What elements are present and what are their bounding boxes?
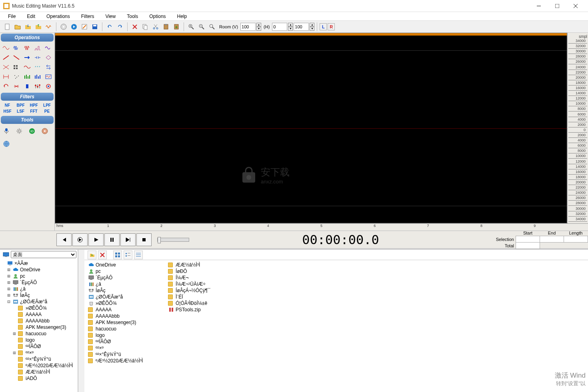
menu-view[interactable]: View: [100, 13, 121, 20]
file-item[interactable]: AAAAAbbb: [86, 313, 166, 319]
menu-options[interactable]: Options: [144, 13, 171, 20]
file-item[interactable]: ÍøÂç: [86, 287, 166, 294]
tree-item[interactable]: APK Messenger(3): [1, 324, 77, 330]
op-matrix-icon[interactable]: [12, 63, 21, 71]
file-list[interactable]: OneDrivepc´ËµçÄÔ¿âÍøÂç¿ØÖÆÃæ°å»ØÊÕÕ¾AAAA…: [84, 260, 588, 392]
file-item[interactable]: ¿ØÖÆÃæ°å: [86, 294, 166, 300]
tree-item[interactable]: ⊞pc: [1, 273, 77, 279]
import-button[interactable]: [23, 22, 33, 32]
tree-item[interactable]: ÆÆ½â½Ì³Ì: [1, 369, 77, 375]
menu-edit[interactable]: Edit: [21, 13, 41, 20]
zoom-out-button[interactable]: [197, 22, 206, 32]
op-column-icon[interactable]: [23, 82, 32, 90]
play-disc-icon[interactable]: [69, 22, 79, 32]
slider-thumb[interactable]: [158, 237, 161, 243]
h2-input[interactable]: [294, 23, 309, 31]
file-item[interactable]: º²×º: [86, 345, 166, 351]
zoom-fit-button[interactable]: [207, 22, 217, 32]
file-item[interactable]: ÍøÂçÁ¬½ÓÇý¶¯: [166, 287, 246, 294]
room-v-spinner[interactable]: ▲▼: [256, 23, 261, 31]
file-item[interactable]: Í¼Æ¬¹ÜÀíÆ÷: [166, 281, 246, 287]
file-item[interactable]: Ì¨ÉÏ: [166, 294, 246, 300]
tree-item[interactable]: ⊞hacuocuo: [1, 330, 77, 337]
menu-filters[interactable]: Filters: [76, 13, 100, 20]
position-slider[interactable]: [157, 238, 189, 242]
op-sine-icon[interactable]: [2, 44, 10, 52]
convert-icon[interactable]: ID: [28, 127, 36, 135]
file-item[interactable]: hacuocuo: [86, 326, 166, 332]
op-crossfade-icon[interactable]: [2, 63, 10, 71]
h-input[interactable]: [272, 23, 287, 31]
op-slider-icon[interactable]: [33, 82, 42, 90]
edit-icon[interactable]: [80, 22, 89, 32]
globe-icon[interactable]: [2, 140, 10, 148]
paste-button[interactable]: [161, 22, 171, 32]
file-item[interactable]: APK Messenger(3): [86, 319, 166, 326]
pause-button[interactable]: [104, 233, 120, 246]
h-spinner[interactable]: ▲▼: [288, 23, 293, 31]
file-item[interactable]: ÍøÐÔ: [166, 268, 246, 275]
tree-expand-icon[interactable]: ⊞: [12, 350, 17, 356]
file-item[interactable]: ÆÆ½â½Ì³Ì: [166, 262, 246, 268]
file-item[interactable]: ¿â: [86, 281, 166, 287]
op-echo-icon[interactable]: [33, 63, 42, 71]
tree-item[interactable]: »ØÊÕÕ¾: [1, 305, 77, 311]
menu-file[interactable]: File: [2, 13, 21, 20]
tree-expand-icon[interactable]: ⊞: [6, 267, 11, 273]
microphone-icon[interactable]: [2, 127, 10, 135]
stop-button[interactable]: [136, 233, 152, 246]
tree-item[interactable]: º²ÏÂÔØ: [1, 343, 77, 350]
cut-button[interactable]: [151, 22, 160, 32]
op-fade-in-icon[interactable]: [2, 54, 10, 62]
file-item[interactable]: º²ÏÂÔØ: [86, 338, 166, 345]
skip-end-button[interactable]: [120, 233, 136, 246]
record-button[interactable]: [72, 233, 88, 246]
menu-operations[interactable]: Operations: [41, 13, 76, 20]
tree-expand-icon[interactable]: ⊞: [6, 273, 11, 279]
gear-icon[interactable]: [15, 127, 23, 135]
op-wave3-icon[interactable]: [23, 63, 32, 71]
copy-button[interactable]: [140, 22, 150, 32]
right-channel-button[interactable]: R: [328, 23, 335, 30]
tree-expand-icon[interactable]: ⊞: [12, 331, 17, 336]
view-large-icons-button[interactable]: [113, 251, 122, 259]
op-stretch-icon[interactable]: [2, 73, 10, 81]
file-item[interactable]: »ØÊÕÕ¾: [86, 300, 166, 306]
tree-item[interactable]: º²×°Êý¾Ý°ü: [1, 356, 77, 362]
skip-start-button[interactable]: [56, 233, 72, 246]
location-dropdown[interactable]: 桌面: [11, 251, 76, 258]
op-eq-icon[interactable]: [33, 73, 42, 81]
op-undo2-icon[interactable]: [2, 82, 10, 90]
op-wave-icon[interactable]: [12, 44, 21, 52]
file-item[interactable]: ´ËµçÄÔ: [86, 275, 166, 281]
op-circle-icon[interactable]: [44, 82, 53, 90]
filter-fft[interactable]: FFT: [28, 109, 40, 113]
tree-scrollbar[interactable]: [78, 250, 84, 392]
op-spectrum-icon[interactable]: [44, 73, 53, 81]
op-compress-icon[interactable]: [33, 54, 42, 62]
tree-expand-icon[interactable]: ⊟: [6, 299, 11, 304]
delete-button[interactable]: [130, 22, 140, 32]
waveform-canvas[interactable]: [55, 33, 567, 223]
paste-mix-button[interactable]: [172, 22, 181, 32]
new-button[interactable]: [2, 22, 12, 32]
minimize-button[interactable]: [530, 0, 548, 12]
filter-bpf[interactable]: BPF: [15, 103, 26, 107]
filter-pe[interactable]: PE: [41, 109, 53, 113]
op-radiate-icon[interactable]: [12, 82, 21, 90]
tree-item[interactable]: logo: [1, 337, 77, 343]
filter-lpf[interactable]: LPF: [41, 103, 53, 107]
tree-item[interactable]: ×ÀÃæ: [1, 260, 77, 267]
tree-item[interactable]: AAAAAbbb: [1, 318, 77, 324]
undo-button[interactable]: [105, 22, 114, 32]
room-v-input[interactable]: [240, 23, 256, 31]
export-button[interactable]: [34, 22, 43, 32]
view-small-icons-button[interactable]: [124, 251, 132, 259]
tree-item[interactable]: ⊟¿ØÖÆÃæ°å: [1, 298, 77, 305]
up-folder-button[interactable]: [88, 251, 96, 259]
op-noise-icon[interactable]: [12, 73, 21, 81]
op-bars-icon[interactable]: [23, 73, 32, 81]
file-item[interactable]: PSTools.zip: [166, 306, 246, 313]
filter-hpf[interactable]: HPF: [28, 103, 40, 107]
file-item[interactable]: º²×°Êý¾Ý°ü: [86, 351, 166, 358]
